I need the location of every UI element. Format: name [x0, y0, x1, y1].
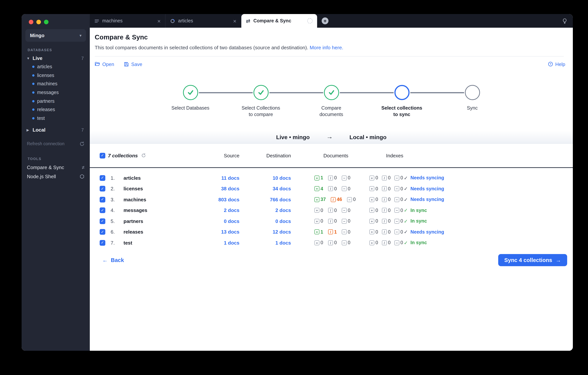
- comparison-band: Live • mingo → Local • mingo: [90, 131, 573, 144]
- source-doc-count[interactable]: 38 docs: [201, 186, 240, 192]
- step-circle-icon: [465, 85, 480, 100]
- tab-compare-sync[interactable]: ⇄Compare & Sync: [241, 14, 317, 28]
- removed-icon: −: [347, 197, 352, 202]
- row-number: 5.: [108, 218, 122, 224]
- added-badge: +0: [315, 240, 323, 245]
- step-check-icon: [253, 85, 268, 100]
- removed-icon: −: [342, 230, 347, 234]
- sidebar-item-live-database[interactable]: ▼ Live 7: [21, 54, 90, 63]
- changed-badge: /0: [382, 208, 391, 213]
- refresh-connection-button[interactable]: Refresh connection: [21, 140, 90, 148]
- added-icon: +: [315, 197, 319, 202]
- tab-articles[interactable]: articles×: [166, 14, 241, 28]
- status-label: In sync: [410, 208, 427, 213]
- status-label: In sync: [410, 240, 427, 245]
- close-window-button[interactable]: [29, 20, 33, 24]
- arrow-right-icon: →: [326, 133, 333, 141]
- close-icon[interactable]: ×: [233, 18, 236, 24]
- step-select-collections-to-compare[interactable]: Select Collectionsto compare: [226, 85, 296, 118]
- row-checkbox[interactable]: ✓: [100, 186, 105, 192]
- added-count: 4: [321, 186, 323, 191]
- removed-badge: −0: [342, 208, 350, 213]
- help-button[interactable]: ? Help: [548, 61, 565, 67]
- source-doc-count[interactable]: 0 docs: [201, 218, 240, 224]
- row-number: 1.: [108, 175, 122, 181]
- save-button[interactable]: Save: [124, 61, 142, 67]
- sidebar-item-licenses[interactable]: licenses: [21, 71, 90, 80]
- step-select-databases[interactable]: Select Databases: [155, 85, 226, 118]
- destination-doc-count[interactable]: 766 docs: [240, 197, 291, 202]
- row-checkbox[interactable]: ✓: [100, 208, 105, 213]
- sidebar-item-partners[interactable]: partners: [21, 97, 90, 105]
- collection-label: machines: [37, 81, 57, 87]
- destination-doc-count[interactable]: 12 docs: [240, 229, 291, 235]
- destination-doc-count[interactable]: 10 docs: [240, 175, 291, 181]
- sidebar-item-test[interactable]: test: [21, 114, 90, 122]
- step-compare-documents[interactable]: Comparedocuments: [296, 85, 367, 118]
- changed-badge: /0: [328, 208, 337, 213]
- source-doc-count[interactable]: 1 docs: [201, 240, 240, 246]
- sidebar-item-articles[interactable]: articles: [21, 63, 90, 71]
- collection-dot-icon: [32, 91, 34, 94]
- sync-collections-button[interactable]: Sync 4 collections →: [498, 254, 567, 266]
- removed-badge: −0: [394, 186, 403, 191]
- sidebar-item-node-js-shell[interactable]: Node.js Shell: [21, 172, 90, 181]
- row-checkbox[interactable]: ✓: [100, 197, 105, 202]
- table-row: ✓1.articles11 docs10 docs+1/0−0+0/0−0✓Ne…: [90, 173, 573, 183]
- sidebar-item-local-database[interactable]: ▶ Local 7: [21, 125, 90, 134]
- added-icon: +: [315, 230, 319, 234]
- source-doc-count[interactable]: 803 docs: [201, 197, 240, 202]
- row-checkbox[interactable]: ✓: [100, 218, 105, 224]
- changed-icon: /: [382, 230, 387, 234]
- step-select-collections-to-sync[interactable]: Select collectionsto sync: [367, 85, 437, 118]
- destination-doc-count[interactable]: 2 docs: [240, 208, 291, 213]
- row-checkbox[interactable]: ✓: [100, 175, 105, 181]
- select-all-checkbox[interactable]: ✓: [100, 153, 105, 158]
- added-count: 0: [376, 186, 378, 191]
- row-number: 6.: [108, 229, 122, 235]
- collection-count-badge: 7: [81, 128, 84, 132]
- destination-doc-count[interactable]: 34 docs: [240, 186, 291, 192]
- open-button[interactable]: Open: [95, 61, 114, 67]
- row-checkbox[interactable]: ✓: [100, 229, 105, 235]
- source-doc-count[interactable]: 11 docs: [201, 175, 240, 181]
- source-doc-count[interactable]: 2 docs: [201, 208, 240, 213]
- collection-dot-icon: [32, 74, 34, 77]
- close-icon[interactable]: ×: [157, 18, 161, 24]
- removed-icon: −: [342, 176, 347, 180]
- documents-diff: +0/0−0: [291, 240, 369, 245]
- sidebar-item-messages[interactable]: messages: [21, 88, 90, 97]
- changed-count: 0: [388, 208, 391, 213]
- loading-spinner-icon: [307, 18, 313, 23]
- refresh-connection-label: Refresh connection: [27, 142, 64, 146]
- page-description: This tool compares documents in selected…: [95, 45, 564, 56]
- destination-doc-count[interactable]: 0 docs: [240, 218, 291, 224]
- changed-icon: /: [331, 197, 336, 202]
- footer: ← Back Sync 4 collections →: [90, 254, 573, 266]
- changed-icon: /: [382, 240, 387, 245]
- changed-count: 0: [388, 186, 391, 191]
- added-count: 0: [321, 240, 323, 245]
- lightbulb-icon[interactable]: [562, 18, 567, 24]
- back-button[interactable]: ← Back: [102, 257, 124, 263]
- destination-doc-count[interactable]: 1 docs: [240, 240, 291, 246]
- collection-name: partners: [122, 218, 201, 224]
- zoom-window-button[interactable]: [44, 20, 49, 24]
- tab-machines[interactable]: machines×: [90, 14, 166, 28]
- added-count: 0: [376, 208, 378, 213]
- back-label: Back: [111, 257, 124, 263]
- refresh-icon[interactable]: [141, 153, 146, 158]
- add-tab-button[interactable]: +: [322, 17, 328, 24]
- step-sync[interactable]: Sync: [437, 85, 507, 118]
- more-info-link[interactable]: More info here.: [310, 45, 343, 50]
- sidebar-item-compare-sync[interactable]: Compare & Sync≠: [21, 163, 90, 172]
- connection-selector[interactable]: Mingo ▼: [25, 29, 86, 42]
- collection-label: partners: [37, 99, 54, 104]
- sidebar-item-machines[interactable]: machines: [21, 80, 90, 88]
- source-doc-count[interactable]: 13 docs: [201, 229, 240, 235]
- minimize-window-button[interactable]: [36, 20, 41, 24]
- sidebar-item-releases[interactable]: releases: [21, 105, 90, 114]
- removed-badge: −0: [342, 219, 350, 224]
- collection-name: messages: [122, 208, 201, 213]
- row-checkbox[interactable]: ✓: [100, 240, 105, 246]
